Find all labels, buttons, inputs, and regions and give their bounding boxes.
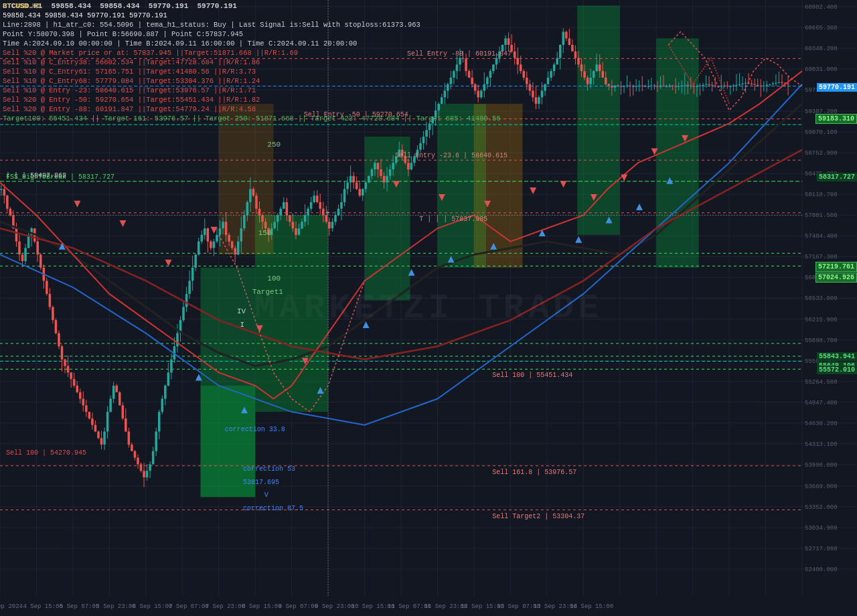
chart-canvas: [0, 0, 857, 616]
chart-container: MARKETZI TRADE BTCUSD.H1 59858.434 59858…: [0, 0, 857, 616]
